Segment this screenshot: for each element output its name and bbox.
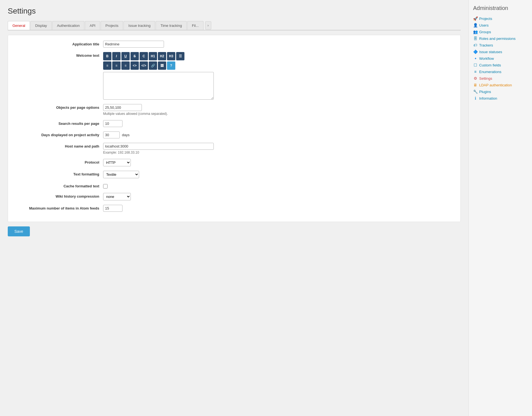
sidebar-item-custom-fields-label: Custom fields xyxy=(479,63,501,67)
sidebar-item-information-label: Information xyxy=(479,96,497,100)
hostname-input[interactable] xyxy=(103,143,214,150)
toolbar-help[interactable]: ? xyxy=(167,61,175,70)
toolbar-link[interactable]: 🔗 xyxy=(149,61,157,70)
cache-row: Cache formatted text xyxy=(15,183,454,188)
tab-general[interactable]: General xyxy=(8,21,30,30)
tab-authentication[interactable]: Authentication xyxy=(52,21,84,30)
sidebar-item-enumerations-label: Enumerations xyxy=(479,70,501,74)
welcome-text-row: Welcome text B I U S C H1 H2 H3 ☰ ≡ ≡ ≡ xyxy=(15,52,454,100)
protocol-label: Protocol xyxy=(15,159,103,164)
wiki-compress-select[interactable]: none gzip xyxy=(103,193,131,200)
days-displayed-input[interactable] xyxy=(103,131,120,138)
atom-feeds-input[interactable] xyxy=(103,205,122,212)
atom-feeds-label: Maximum number of items in Atom feeds xyxy=(15,205,103,210)
sidebar-item-settings-label: Settings xyxy=(479,76,492,81)
ldap-icon: 🖥 xyxy=(473,83,478,87)
enum-icon: ≡ xyxy=(473,69,478,74)
toolbar-h3[interactable]: H3 xyxy=(167,52,175,60)
text-format-label: Text formatting xyxy=(15,171,103,176)
sidebar-item-plugins[interactable]: 🔧 Plugins xyxy=(473,88,528,95)
app-title-input[interactable] xyxy=(103,41,164,48)
toolbar-unordered-list[interactable]: ≡ xyxy=(103,61,111,70)
sidebar-item-groups[interactable]: 👥 Groups xyxy=(473,29,528,35)
toolbar-h1[interactable]: H1 xyxy=(149,52,157,60)
sidebar-item-issue-statuses[interactable]: 🔷 Issue statuses xyxy=(473,48,528,55)
objects-per-page-field: Multiple values allowed (comma separated… xyxy=(103,104,454,116)
search-results-input[interactable] xyxy=(103,120,122,127)
protocol-row: Protocol HTTP HTTPS xyxy=(15,159,454,166)
sidebar: Administration 🚀 Projects 👤 Users 👥 Grou… xyxy=(468,0,532,416)
atom-feeds-row: Maximum number of items in Atom feeds xyxy=(15,205,454,212)
toolbar-underline[interactable]: U xyxy=(121,52,130,60)
sidebar-item-workflow[interactable]: 🔹 Workflow xyxy=(473,55,528,62)
objects-per-page-input[interactable] xyxy=(103,104,142,111)
days-displayed-field: days xyxy=(103,131,454,138)
toolbar-code[interactable]: C xyxy=(140,52,148,60)
tag-icon: 🏷 xyxy=(473,43,478,47)
tab-scroll-right[interactable]: › xyxy=(205,21,211,30)
cache-field xyxy=(103,183,454,188)
sidebar-item-ldap[interactable]: 🖥 LDAP authentication xyxy=(473,82,528,88)
toolbar-row1: B I U S C H1 H2 H3 ☰ xyxy=(103,52,454,60)
objects-per-page-label: Objects per page options xyxy=(15,104,103,110)
sidebar-item-roles[interactable]: 🗄 Roles and permissions xyxy=(473,35,528,42)
sidebar-item-trackers[interactable]: 🏷 Trackers xyxy=(473,42,528,48)
objects-per-page-hint: Multiple values allowed (comma separated… xyxy=(103,112,454,116)
welcome-text-label: Welcome text xyxy=(15,52,103,58)
toolbar-bold[interactable]: B xyxy=(103,52,111,60)
toolbar-center[interactable]: ≡ xyxy=(112,61,121,70)
toolbar-h2[interactable]: H2 xyxy=(158,52,166,60)
sidebar-item-users-label: Users xyxy=(479,23,489,27)
toolbar-strikethrough[interactable]: S xyxy=(131,52,139,60)
rocket-icon: 🚀 xyxy=(473,16,478,21)
sidebar-item-projects-label: Projects xyxy=(479,17,492,21)
toolbar-list[interactable]: ☰ xyxy=(176,52,184,60)
search-results-label: Search results per page xyxy=(15,120,103,126)
user-icon: 👤 xyxy=(473,23,478,27)
save-button[interactable]: Save xyxy=(8,226,30,236)
protocol-select[interactable]: HTTP HTTPS xyxy=(103,159,131,166)
settings-panel: Application title Welcome text B I U S C… xyxy=(8,35,461,222)
sidebar-title: Administration xyxy=(473,5,528,11)
tab-api[interactable]: API xyxy=(85,21,100,30)
wiki-compress-row: Wiki history compression none gzip xyxy=(15,193,454,200)
tab-projects[interactable]: Projects xyxy=(101,21,123,30)
protocol-field: HTTP HTTPS xyxy=(103,159,454,166)
text-format-row: Text formatting Textile Markdown None xyxy=(15,171,454,178)
tab-display[interactable]: Display xyxy=(30,21,52,30)
sidebar-item-custom-fields[interactable]: ☐ Custom fields xyxy=(473,62,528,68)
atom-feeds-field xyxy=(103,205,454,212)
toolbar-code-block[interactable]: </> xyxy=(140,61,148,70)
welcome-textarea[interactable] xyxy=(103,72,214,100)
tab-issue-tracking[interactable]: Issue tracking xyxy=(124,21,155,30)
toolbar-inline-code[interactable]: <> xyxy=(131,61,139,70)
sidebar-item-projects[interactable]: 🚀 Projects xyxy=(473,15,528,22)
toolbar-right[interactable]: ≡ xyxy=(121,61,130,70)
cache-checkbox[interactable] xyxy=(103,184,108,188)
main-content: Settings General Display Authentication … xyxy=(0,0,468,416)
gear-icon: ⚙ xyxy=(473,76,478,81)
sidebar-item-enumerations[interactable]: ≡ Enumerations xyxy=(473,68,528,75)
toolbar-image[interactable]: 🖼 xyxy=(158,61,166,70)
sidebar-item-users[interactable]: 👤 Users xyxy=(473,22,528,29)
welcome-text-field: B I U S C H1 H2 H3 ☰ ≡ ≡ ≡ <> </> 🔗 xyxy=(103,52,454,100)
search-results-row: Search results per page xyxy=(15,120,454,127)
db-icon: 🗄 xyxy=(473,36,478,41)
search-results-field xyxy=(103,120,454,127)
wiki-compress-label: Wiki history compression xyxy=(15,193,103,198)
info-icon: ℹ xyxy=(473,96,478,100)
sidebar-item-information[interactable]: ℹ Information xyxy=(473,95,528,102)
tab-fil[interactable]: Fil... xyxy=(187,21,204,30)
text-format-select[interactable]: Textile Markdown None xyxy=(103,171,139,178)
plugin-icon: 🔧 xyxy=(473,89,478,94)
app-title-label: Application title xyxy=(15,41,103,46)
toolbar-italic[interactable]: I xyxy=(112,52,121,60)
sidebar-item-settings[interactable]: ⚙ Settings xyxy=(473,75,528,82)
cache-label: Cache formatted text xyxy=(15,183,103,188)
hostname-field: Example: 192.168.33.10 xyxy=(103,143,454,154)
sidebar-item-trackers-label: Trackers xyxy=(479,43,493,47)
days-unit: days xyxy=(122,133,129,137)
sidebar-item-roles-label: Roles and permissions xyxy=(479,37,516,41)
toolbar-row2: ≡ ≡ ≡ <> </> 🔗 🖼 ? xyxy=(103,61,454,70)
tab-time-tracking[interactable]: Time tracking xyxy=(156,21,187,30)
